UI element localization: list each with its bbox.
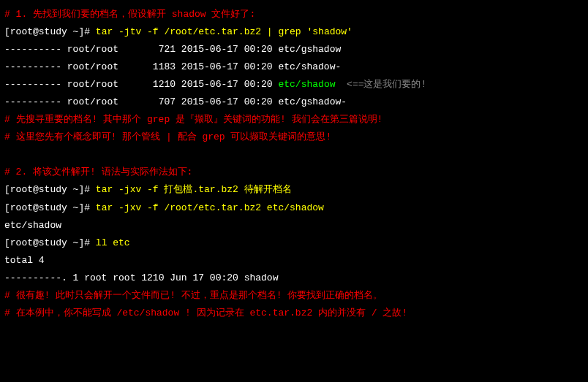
shell-prompt: [root@study ~]# (4, 184, 96, 195)
output-row-2: ---------- root/root 1183 2015-06-17 00:… (4, 58, 584, 76)
note-extract-1: # 很有趣! 此时只会解开一个文件而已! 不过，重点是那个档名! 你要找到正确的… (4, 287, 584, 305)
note-inline: <==这是我们要的! (335, 79, 426, 90)
shell-prompt: [root@study ~]# (4, 26, 96, 37)
shell-prompt: [root@study ~]# (4, 237, 96, 248)
tar-extract-real: tar -jxv -f /root/etc.tar.bz2 etc/shadow (96, 202, 324, 213)
ll-output-row: ----------. 1 root root 1210 Jun 17 00:2… (4, 270, 584, 287)
note-grep-2: # 这里您先有个概念即可! 那个管线 | 配合 grep 可以撷取关键词的意思! (4, 129, 584, 146)
output-row-1: ---------- root/root 721 2015-06-17 00:2… (4, 41, 584, 58)
note-grep-1: # 先搜寻重要的档名! 其中那个 grep 是『撷取』关键词的功能! 我们会在第… (4, 111, 584, 129)
output-row-4: ---------- root/root 707 2015-06-17 00:2… (4, 93, 584, 111)
tar-grep-command: tar -jtv -f /root/etc.tar.bz2 | grep 'sh… (96, 26, 353, 37)
ll-output-total: total 4 (4, 252, 584, 270)
shell-prompt: [root@study ~]# (4, 202, 96, 213)
comment-step1: # 1. 先找到我们要的档名，假设解开 shadow 文件好了: (4, 6, 584, 23)
output-row-3-pre: ---------- root/root 1210 2015-06-17 00:… (4, 79, 278, 90)
highlight-etc-shadow: etc/shadow (278, 79, 335, 90)
note-extract-2: # 在本例中，你不能写成 /etc/shadow ! 因为记录在 etc.tar… (4, 305, 584, 322)
ll-command: ll etc (96, 237, 130, 248)
cmd-line-1: [root@study ~]# tar -jtv -f /root/etc.ta… (4, 23, 584, 41)
cmd-line-2-real: [root@study ~]# tar -jxv -f /root/etc.ta… (4, 199, 584, 217)
tar-extract-template: tar -jxv -f 打包檔.tar.bz2 待解开档名 (96, 184, 292, 195)
cmd-line-2-template: [root@study ~]# tar -jxv -f 打包檔.tar.bz2 … (4, 181, 584, 199)
cmd-line-3: [root@study ~]# ll etc (4, 234, 584, 252)
comment-step2: # 2. 将该文件解开! 语法与实际作法如下: (4, 164, 584, 181)
blank-line (4, 146, 584, 164)
extract-output: etc/shadow (4, 217, 584, 234)
output-row-3: ---------- root/root 1210 2015-06-17 00:… (4, 76, 584, 93)
